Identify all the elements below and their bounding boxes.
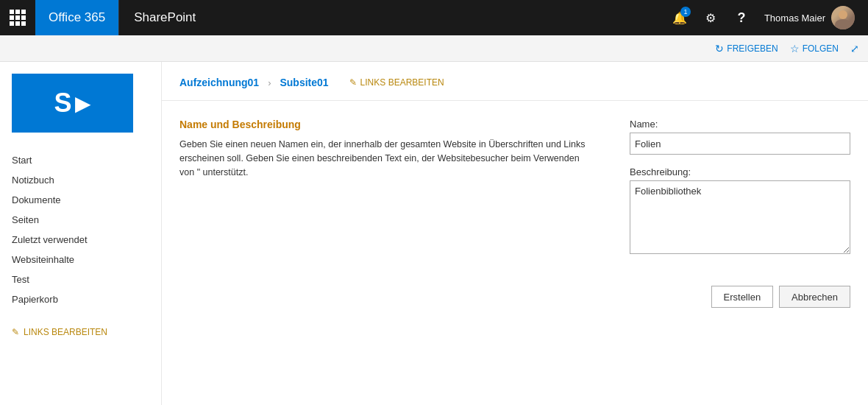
nav-links-edit-button[interactable]: LINKS BEARBEITEN <box>0 321 161 343</box>
navigation-list: Start Notizbuch Dokumente Seiten Zuletzt… <box>0 144 161 315</box>
name-field-group: Name: <box>630 119 850 155</box>
share-icon <box>715 43 724 54</box>
form-description: Name und Beschreibung Geben Sie einen ne… <box>179 119 586 268</box>
settings-button[interactable]: ⚙ <box>697 4 725 32</box>
nav-item-test[interactable]: Test <box>0 270 161 289</box>
main-content: Aufzeichnung01 › Subsite01 LINKS BEARBEI… <box>162 62 868 405</box>
description-field-group: Beschreibung: Folienbibliothek <box>630 166 850 256</box>
form-area: Name und Beschreibung Geben Sie einen ne… <box>162 119 868 268</box>
name-label: Name: <box>630 119 850 130</box>
user-profile[interactable]: Thomas Maier <box>758 0 861 35</box>
cancel-button[interactable]: Abbrechen <box>779 286 850 308</box>
nav-item-websiteinhalte[interactable]: Websiteinhalte <box>0 250 161 270</box>
page-container: S ▶ Start Notizbuch Dokumente Seiten Zul… <box>0 62 868 405</box>
pencil-icon-nav <box>12 327 19 337</box>
description-textarea[interactable]: Folienbibliothek <box>630 180 850 254</box>
app-name[interactable]: Office 365 <box>35 0 119 35</box>
form-section-title: Name und Beschreibung <box>179 119 586 130</box>
help-button[interactable]: ? <box>728 4 755 32</box>
top-bar-actions: 🔔 1 ⚙ ? Thomas Maier <box>666 0 868 35</box>
description-label: Beschreibung: <box>630 166 850 177</box>
expand-icon <box>850 43 859 54</box>
nav-item-notizbuch[interactable]: Notizbuch <box>0 170 161 190</box>
create-button[interactable]: Erstellen <box>711 286 774 308</box>
breadcrumb-separator: › <box>268 77 271 88</box>
nav-item-start[interactable]: Start <box>0 150 161 170</box>
sharepoint-logo: S ▶ <box>54 90 90 116</box>
breadcrumb-item-2[interactable]: Subsite01 <box>280 77 328 88</box>
waffle-icon <box>10 10 26 26</box>
breadcrumb-bar: Aufzeichnung01 › Subsite01 LINKS BEARBEI… <box>162 62 868 101</box>
nav-item-papierkorb[interactable]: Papierkorb <box>0 289 161 309</box>
gear-icon: ⚙ <box>705 11 716 25</box>
waffle-menu-button[interactable] <box>0 0 35 35</box>
star-icon <box>790 43 800 54</box>
nav-item-zuletzt[interactable]: Zuletzt verwendet <box>0 230 161 250</box>
form-fields: Name: Beschreibung: Folienbibliothek <box>630 119 850 268</box>
top-navigation-bar: Office 365 SharePoint 🔔 1 ⚙ ? Thomas Mai… <box>0 0 868 35</box>
pencil-icon-breadcrumb <box>349 77 357 88</box>
breadcrumb-links-edit-button[interactable]: LINKS BEARBEITEN <box>349 77 444 88</box>
avatar <box>831 6 855 29</box>
secondary-toolbar: FREIGEBEN FOLGEN <box>0 35 868 62</box>
help-icon: ? <box>737 10 745 26</box>
freigeben-button[interactable]: FREIGEBEN <box>715 43 778 54</box>
nav-item-dokumente[interactable]: Dokumente <box>0 190 161 210</box>
product-name: SharePoint <box>119 10 666 25</box>
nav-item-seiten[interactable]: Seiten <box>0 210 161 230</box>
form-description-text: Geben Sie einen neuen Namen ein, der inn… <box>179 138 586 179</box>
folgen-button[interactable]: FOLGEN <box>790 43 839 54</box>
breadcrumb-item-1[interactable]: Aufzeichnung01 <box>179 77 259 88</box>
name-input[interactable] <box>630 133 850 155</box>
action-buttons: Erstellen Abbrechen <box>162 268 868 308</box>
site-logo[interactable]: S ▶ <box>12 74 133 133</box>
notification-badge: 1 <box>680 7 691 17</box>
user-name-label: Thomas Maier <box>764 13 825 24</box>
expand-button[interactable] <box>850 43 859 54</box>
sidebar: S ▶ Start Notizbuch Dokumente Seiten Zul… <box>0 62 162 405</box>
notification-button[interactable]: 🔔 1 <box>666 4 694 32</box>
